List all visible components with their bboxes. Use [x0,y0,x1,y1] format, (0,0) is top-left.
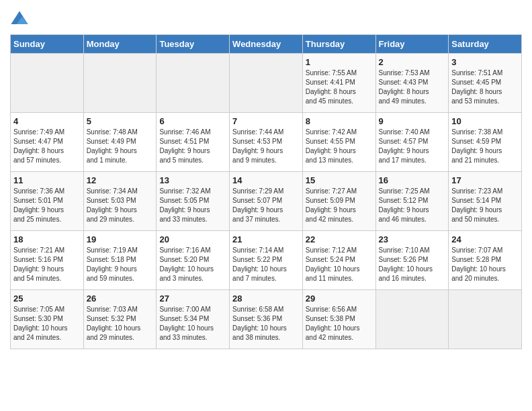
calendar-cell: 4Sunrise: 7:49 AM Sunset: 4:47 PM Daylig… [11,113,84,172]
day-info: Sunrise: 7:32 AM Sunset: 5:05 PM Dayligh… [159,187,226,224]
calendar-cell: 19Sunrise: 7:19 AM Sunset: 5:18 PM Dayli… [83,231,157,290]
day-info: Sunrise: 7:10 AM Sunset: 5:26 PM Dayligh… [379,246,446,283]
calendar-cell: 9Sunrise: 7:40 AM Sunset: 4:57 PM Daylig… [375,113,449,172]
day-info: Sunrise: 7:53 AM Sunset: 4:43 PM Dayligh… [379,68,446,106]
day-info: Sunrise: 7:27 AM Sunset: 5:09 PM Dayligh… [306,187,373,224]
day-info: Sunrise: 7:38 AM Sunset: 4:59 PM Dayligh… [451,128,519,165]
day-info: Sunrise: 7:03 AM Sunset: 5:32 PM Dayligh… [87,305,154,342]
calendar-cell: 12Sunrise: 7:34 AM Sunset: 5:03 PM Dayli… [83,172,157,231]
weekday-header-friday: Friday [375,35,449,54]
day-number: 26 [87,293,154,304]
calendar-cell [375,290,449,349]
day-info: Sunrise: 7:07 AM Sunset: 5:28 PM Dayligh… [451,246,519,283]
day-info: Sunrise: 7:51 AM Sunset: 4:45 PM Dayligh… [451,68,519,106]
calendar-cell: 26Sunrise: 7:03 AM Sunset: 5:32 PM Dayli… [83,290,157,349]
calendar-week-5: 25Sunrise: 7:05 AM Sunset: 5:30 PM Dayli… [11,290,522,349]
day-info: Sunrise: 7:21 AM Sunset: 5:16 PM Dayligh… [13,246,81,283]
calendar-cell: 28Sunrise: 6:58 AM Sunset: 5:36 PM Dayli… [230,290,303,349]
day-number: 9 [379,116,446,126]
day-number: 23 [379,234,446,244]
calendar-cell: 20Sunrise: 7:16 AM Sunset: 5:20 PM Dayli… [157,231,230,290]
calendar-cell: 13Sunrise: 7:32 AM Sunset: 5:05 PM Dayli… [157,172,230,231]
day-number: 4 [13,116,81,126]
day-number: 28 [232,293,300,304]
weekday-header-sunday: Sunday [11,35,84,54]
calendar-cell [11,54,84,113]
day-info: Sunrise: 7:14 AM Sunset: 5:22 PM Dayligh… [232,246,300,283]
calendar-cell: 21Sunrise: 7:14 AM Sunset: 5:22 PM Dayli… [230,231,303,290]
day-info: Sunrise: 7:42 AM Sunset: 4:55 PM Dayligh… [306,128,373,165]
calendar-week-1: 1Sunrise: 7:55 AM Sunset: 4:41 PM Daylig… [11,54,522,113]
calendar-cell: 23Sunrise: 7:10 AM Sunset: 5:26 PM Dayli… [375,231,449,290]
day-info: Sunrise: 7:40 AM Sunset: 4:57 PM Dayligh… [379,128,446,165]
day-number: 16 [379,175,446,185]
calendar-table: SundayMondayTuesdayWednesdayThursdayFrid… [10,34,522,349]
day-info: Sunrise: 7:12 AM Sunset: 5:24 PM Dayligh… [306,246,373,283]
day-number: 18 [13,234,81,244]
calendar-cell: 2Sunrise: 7:53 AM Sunset: 4:43 PM Daylig… [375,54,449,113]
calendar-cell: 25Sunrise: 7:05 AM Sunset: 5:30 PM Dayli… [11,290,84,349]
day-number: 22 [306,234,373,244]
day-info: Sunrise: 7:19 AM Sunset: 5:18 PM Dayligh… [87,246,154,283]
day-number: 21 [232,234,300,244]
weekday-header-wednesday: Wednesday [230,35,303,54]
day-info: Sunrise: 7:46 AM Sunset: 4:51 PM Dayligh… [159,128,226,165]
day-number: 17 [451,175,519,185]
calendar-cell: 27Sunrise: 7:00 AM Sunset: 5:34 PM Dayli… [157,290,230,349]
day-info: Sunrise: 7:55 AM Sunset: 4:41 PM Dayligh… [306,68,373,106]
calendar-cell: 11Sunrise: 7:36 AM Sunset: 5:01 PM Dayli… [11,172,84,231]
calendar-cell: 24Sunrise: 7:07 AM Sunset: 5:28 PM Dayli… [449,231,522,290]
calendar-cell: 18Sunrise: 7:21 AM Sunset: 5:16 PM Dayli… [11,231,84,290]
day-number: 8 [306,116,373,126]
day-number: 7 [232,116,300,126]
weekday-header-saturday: Saturday [449,35,522,54]
day-info: Sunrise: 7:25 AM Sunset: 5:12 PM Dayligh… [379,187,446,224]
calendar-cell: 6Sunrise: 7:46 AM Sunset: 4:51 PM Daylig… [157,113,230,172]
calendar-cell: 10Sunrise: 7:38 AM Sunset: 4:59 PM Dayli… [449,113,522,172]
day-number: 19 [87,234,154,244]
day-info: Sunrise: 7:48 AM Sunset: 4:49 PM Dayligh… [87,128,154,165]
calendar-cell: 15Sunrise: 7:27 AM Sunset: 5:09 PM Dayli… [302,172,375,231]
weekday-header-thursday: Thursday [302,35,375,54]
calendar-cell: 7Sunrise: 7:44 AM Sunset: 4:53 PM Daylig… [230,113,303,172]
day-number: 29 [306,293,373,304]
day-number: 10 [451,116,519,126]
day-number: 24 [451,234,519,244]
header [10,7,522,29]
calendar-cell: 17Sunrise: 7:23 AM Sunset: 5:14 PM Dayli… [449,172,522,231]
calendar-cell [230,54,303,113]
day-number: 3 [451,57,519,67]
day-info: Sunrise: 7:16 AM Sunset: 5:20 PM Dayligh… [159,246,226,283]
calendar-week-4: 18Sunrise: 7:21 AM Sunset: 5:16 PM Dayli… [11,231,522,290]
weekday-header-monday: Monday [83,35,157,54]
day-number: 12 [87,175,154,185]
day-number: 13 [159,175,226,185]
logo [10,10,30,29]
calendar-cell: 8Sunrise: 7:42 AM Sunset: 4:55 PM Daylig… [302,113,375,172]
calendar-cell: 5Sunrise: 7:48 AM Sunset: 4:49 PM Daylig… [83,113,157,172]
calendar-week-3: 11Sunrise: 7:36 AM Sunset: 5:01 PM Dayli… [11,172,522,231]
calendar-cell [449,290,522,349]
day-info: Sunrise: 6:58 AM Sunset: 5:36 PM Dayligh… [232,305,300,342]
day-number: 15 [306,175,373,185]
day-info: Sunrise: 6:56 AM Sunset: 5:38 PM Dayligh… [306,305,373,342]
calendar-cell: 14Sunrise: 7:29 AM Sunset: 5:07 PM Dayli… [230,172,303,231]
logo-icon [10,10,29,29]
day-number: 14 [232,175,300,185]
calendar-cell: 22Sunrise: 7:12 AM Sunset: 5:24 PM Dayli… [302,231,375,290]
day-info: Sunrise: 7:05 AM Sunset: 5:30 PM Dayligh… [13,305,81,342]
day-info: Sunrise: 7:23 AM Sunset: 5:14 PM Dayligh… [451,187,519,224]
day-number: 5 [87,116,154,126]
day-number: 6 [159,116,226,126]
day-number: 25 [13,293,81,304]
weekday-header-row: SundayMondayTuesdayWednesdayThursdayFrid… [11,35,522,54]
day-info: Sunrise: 7:36 AM Sunset: 5:01 PM Dayligh… [13,187,81,224]
calendar-cell: 29Sunrise: 6:56 AM Sunset: 5:38 PM Dayli… [302,290,375,349]
day-info: Sunrise: 7:00 AM Sunset: 5:34 PM Dayligh… [159,305,226,342]
calendar-cell [83,54,157,113]
day-info: Sunrise: 7:49 AM Sunset: 4:47 PM Dayligh… [13,128,81,165]
day-number: 20 [159,234,226,244]
weekday-header-tuesday: Tuesday [157,35,230,54]
day-info: Sunrise: 7:34 AM Sunset: 5:03 PM Dayligh… [87,187,154,224]
calendar-week-2: 4Sunrise: 7:49 AM Sunset: 4:47 PM Daylig… [11,113,522,172]
